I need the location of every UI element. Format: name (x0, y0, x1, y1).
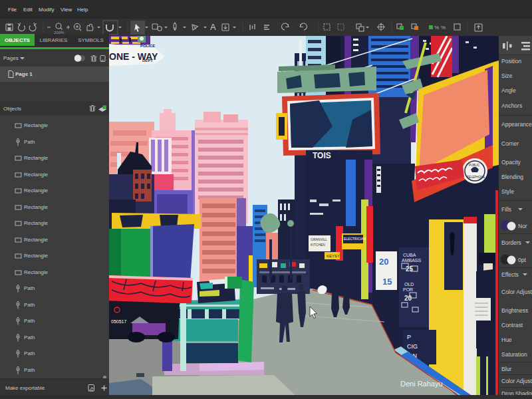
svg-text:POLICE: POLICE (140, 44, 155, 48)
svg-text:Nor: Nor (518, 223, 527, 229)
svg-text:CUBA: CUBA (403, 253, 416, 257)
svg-text:A: A (210, 22, 216, 32)
svg-text:%: % (434, 25, 439, 31)
svg-text:KITCHEN: KITCHEN (311, 243, 325, 247)
svg-text:050517: 050517 (111, 319, 126, 324)
svg-text:AMBASS: AMBASS (402, 258, 422, 263)
svg-text:CIG: CIG (407, 343, 418, 350)
svg-text:0pt: 0pt (518, 257, 526, 263)
svg-text:TOIS: TOIS (313, 151, 331, 160)
svg-text:TELEPHONE: TELEPHONE (467, 176, 485, 179)
svg-text:%: % (441, 25, 446, 31)
svg-text:DEPT: DEPT (142, 59, 153, 63)
svg-text:OLD: OLD (404, 282, 414, 287)
svg-text:2: 2 (91, 386, 94, 392)
svg-text:KEYSY: KEYSY (327, 254, 340, 258)
svg-text:POR: POR (403, 287, 413, 292)
svg-text:P: P (407, 334, 411, 340)
svg-text:20: 20 (379, 257, 388, 267)
svg-text:PUBLIC: PUBLIC (469, 164, 480, 167)
svg-text:ELECTRICIAN: ELECTRICIAN (344, 237, 366, 241)
svg-text:15: 15 (382, 277, 392, 287)
svg-text:GRANVILL: GRANVILL (311, 237, 327, 241)
svg-text:Deni Rahayu: Deni Rahayu (400, 380, 443, 388)
